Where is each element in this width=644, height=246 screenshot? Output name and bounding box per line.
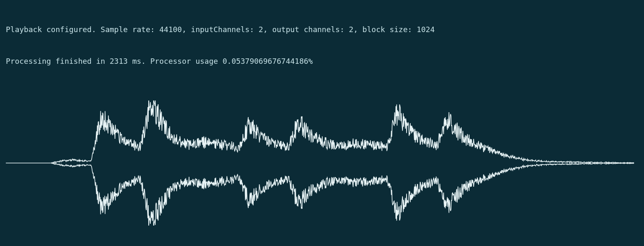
waveform-display [6,100,638,226]
status-line-processing: Processing finished in 2313 ms. Processo… [6,56,638,66]
terminal-output: Playback configured. Sample rate: 44100,… [0,0,644,246]
status-line-playback: Playback configured. Sample rate: 44100,… [6,24,638,35]
waveform-svg [6,100,638,226]
